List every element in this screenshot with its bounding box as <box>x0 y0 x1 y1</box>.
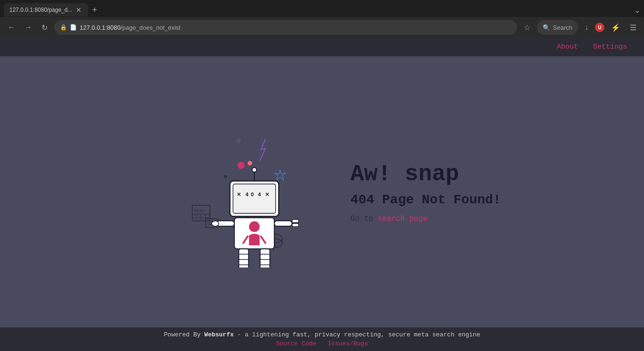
bookmark-button[interactable]: ☆ <box>521 21 533 34</box>
app-nav: About Settings <box>0 38 644 57</box>
footer-brand: Websurfx <box>204 331 233 338</box>
page-icon: 📄 <box>70 24 77 31</box>
search-page-link[interactable]: search page <box>378 215 428 223</box>
search-icon: 🔍 <box>543 24 550 31</box>
tab-close-button[interactable]: ✕ <box>75 5 83 15</box>
search-box[interactable]: 🔍 Search <box>537 20 578 35</box>
footer-links: Source Code Issues/Bugs <box>272 340 372 347</box>
svg-point-34 <box>212 221 219 226</box>
svg-point-3 <box>224 175 227 178</box>
nav-actions: ☆ 🔍 Search ↓ U ⚡ ☰ <box>521 20 639 35</box>
svg-point-1 <box>238 162 245 169</box>
footer-prefix: Powered By <box>164 331 205 338</box>
search-label: Search <box>553 24 572 31</box>
error-message-prefix: Go to <box>350 215 378 223</box>
footer: Powered By Websurfx - a lightening fast,… <box>0 327 644 351</box>
error-title: Aw! snap <box>350 161 501 187</box>
robot-svg: # 00|0|! <box>143 117 313 267</box>
error-container: # 00|0|! <box>143 117 501 267</box>
menu-button[interactable]: ☰ <box>627 21 639 34</box>
address-host: 127.0.0.1:8080 <box>80 24 121 31</box>
footer-main-text: Powered By Websurfx - a lightening fast,… <box>164 331 480 338</box>
svg-text:✕: ✕ <box>265 192 269 197</box>
ud-badge[interactable]: U <box>595 23 604 32</box>
robot-illustration: # 00|0|! <box>143 117 313 267</box>
svg-text:4: 4 <box>258 192 261 197</box>
extensions-button[interactable]: ⚡ <box>608 21 623 34</box>
svg-point-31 <box>249 221 260 232</box>
main-content: # 00|0|! <box>0 57 644 327</box>
svg-rect-32 <box>217 221 235 226</box>
tab-bar: 127.0.0.1:8080/page_d... ✕ + ⌄ <box>0 0 644 17</box>
svg-text:00|0|!: 00|0|! <box>195 209 206 213</box>
error-text-block: Aw! snap 404 Page Not Found! Go to searc… <box>350 161 501 223</box>
address-path: /page_does_not_exist <box>121 24 181 31</box>
error-subtitle: 404 Page Not Found! <box>350 192 501 207</box>
reload-button[interactable]: ↻ <box>39 21 50 34</box>
tab-list-button[interactable]: ⌄ <box>634 6 640 15</box>
svg-point-40 <box>252 167 256 172</box>
issues-link[interactable]: Issues/Bugs <box>328 340 368 347</box>
forward-button[interactable]: → <box>22 21 35 33</box>
settings-link[interactable]: Settings <box>586 43 635 51</box>
browser-tab[interactable]: 127.0.0.1:8080/page_d... ✕ <box>4 3 88 17</box>
svg-text:0: 0 <box>251 192 254 197</box>
svg-point-2 <box>248 161 252 165</box>
source-code-link[interactable]: Source Code <box>276 340 316 347</box>
nav-bar: ← → ↻ 🔒 📄 127.0.0.1:8080/page_does_not_e… <box>0 17 644 38</box>
browser-chrome: 127.0.0.1:8080/page_d... ✕ + ⌄ ← → ↻ 🔒 📄… <box>0 0 644 38</box>
address-bar[interactable]: 🔒 📄 127.0.0.1:8080/page_does_not_exist <box>54 20 517 35</box>
svg-text:✕: ✕ <box>237 192 241 197</box>
security-icon: 🔒 <box>60 24 67 31</box>
tab-title: 127.0.0.1:8080/page_d... <box>9 7 72 13</box>
svg-rect-36 <box>292 224 299 227</box>
error-message: Go to search page <box>350 215 501 223</box>
svg-text:4: 4 <box>246 192 249 197</box>
about-link[interactable]: About <box>549 43 586 51</box>
svg-text:#: # <box>237 136 241 145</box>
download-button[interactable]: ↓ <box>582 21 591 33</box>
new-tab-button[interactable]: + <box>88 6 101 14</box>
address-text: 127.0.0.1:8080/page_does_not_exist <box>80 24 181 31</box>
svg-rect-24 <box>233 184 276 213</box>
svg-rect-33 <box>274 221 292 226</box>
svg-rect-35 <box>292 219 299 223</box>
back-button[interactable]: ← <box>5 21 18 33</box>
footer-suffix: - a lightening fast, privacy respecting,… <box>234 331 480 338</box>
ud-badge-label: U <box>598 25 601 30</box>
